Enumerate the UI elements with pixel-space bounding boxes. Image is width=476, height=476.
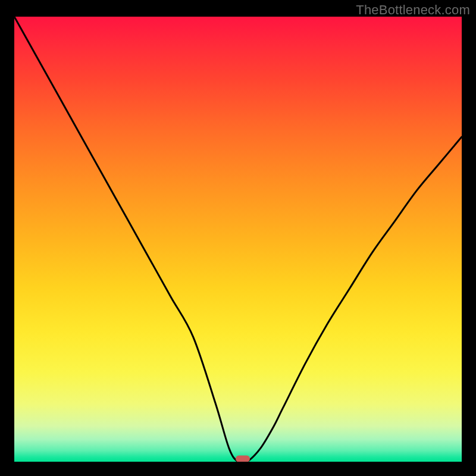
chart-frame: TheBottleneck.com: [0, 0, 476, 476]
plot-area: [14, 17, 462, 462]
watermark-text: TheBottleneck.com: [356, 2, 470, 18]
bottleneck-curve: [14, 17, 462, 462]
minimum-marker: [236, 456, 250, 462]
